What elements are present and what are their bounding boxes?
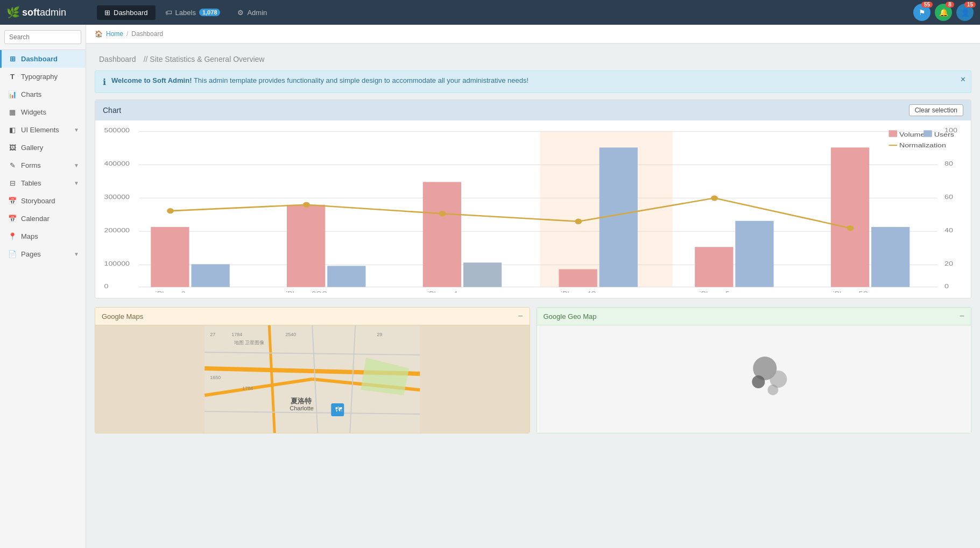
nav-item-dashboard[interactable]: ⊞ Dashboard	[97, 5, 156, 20]
sidebar-item-dashboard[interactable]: ⊞ Dashboard	[0, 50, 86, 68]
svg-text:iPhone 4: iPhone 4	[427, 290, 457, 293]
svg-text:夏洛特: 夏洛特	[291, 397, 312, 405]
svg-text:40: 40	[944, 227, 953, 234]
chart-panel-header: Chart Clear selection	[95, 100, 971, 120]
tables-icon: ⊟	[8, 179, 17, 187]
svg-text:卫星图像: 卫星图像	[245, 340, 264, 345]
sidebar-item-charts[interactable]: 📊 Charts	[0, 86, 86, 103]
home-icon: 🏠	[95, 30, 103, 38]
svg-rect-23	[423, 182, 461, 287]
nav-item-admin[interactable]: ⚙ Admin	[230, 5, 274, 20]
svg-rect-24	[463, 262, 502, 287]
user-icon: 👤	[961, 8, 970, 17]
clear-selection-button[interactable]: Clear selection	[909, 104, 963, 116]
sidebar-item-ui-elements[interactable]: ◧ UI Elements ▼	[0, 121, 86, 139]
svg-point-31	[167, 208, 174, 213]
google-geo-map-panel: Google Geo Map −	[537, 307, 972, 433]
svg-text:iPhone 5: iPhone 5	[699, 290, 729, 293]
svg-text:100000: 100000	[104, 260, 130, 267]
breadcrumb-home[interactable]: Home	[106, 30, 123, 38]
bell-icon: 🔔	[939, 8, 948, 17]
nav-admin-icon: ⚙	[237, 9, 244, 17]
nav-dashboard-icon: ⊞	[104, 9, 110, 17]
svg-text:Users: Users	[934, 131, 954, 138]
map-minimize-button[interactable]: −	[518, 312, 523, 321]
svg-point-75	[752, 375, 765, 388]
geo-minimize-button[interactable]: −	[960, 312, 964, 321]
sidebar-item-storyboard[interactable]: 📅 Storyboard	[0, 192, 86, 210]
svg-text:500000: 500000	[104, 127, 130, 134]
storyboard-icon: 📅	[8, 197, 17, 205]
brand-logo: 🌿 softadmin	[6, 6, 86, 19]
breadcrumb-current: Dashboard	[131, 30, 163, 38]
svg-text:iPhone 3: iPhone 3	[155, 290, 185, 293]
brand-leaf-icon: 🌿	[6, 6, 20, 19]
svg-text:🗺: 🗺	[335, 405, 342, 414]
search-input[interactable]	[4, 30, 81, 44]
pages-arrow: ▼	[74, 251, 79, 257]
sidebar-item-gallery[interactable]: 🖼 Gallery	[0, 139, 86, 156]
sidebar-item-maps[interactable]: 📍 Maps	[0, 227, 86, 245]
google-maps-title: Google Maps	[102, 312, 143, 321]
maps-icon: 📍	[8, 232, 17, 240]
sidebar-item-pages[interactable]: 📄 Pages ▼	[0, 245, 86, 263]
google-maps-header: Google Maps −	[95, 308, 530, 325]
svg-point-33	[439, 211, 446, 216]
user-button[interactable]: 👤 15	[956, 4, 974, 21]
chart-panel-title: Chart	[103, 106, 121, 115]
brand-text: softadmin	[22, 7, 66, 18]
sidebar-item-calendar[interactable]: 📅 Calendar	[0, 210, 86, 227]
sidebar-item-tables[interactable]: ⊟ Tables ▼	[0, 174, 86, 192]
charts-icon: 📊	[8, 90, 17, 98]
alert-close-button[interactable]: ×	[961, 75, 965, 84]
svg-text:27: 27	[210, 332, 215, 337]
nav-item-labels[interactable]: 🏷 Labels 1,078	[158, 5, 228, 20]
flag-badge: 55	[921, 2, 933, 8]
svg-text:Charlotte: Charlotte	[290, 405, 314, 411]
ui-elements-icon: ◧	[8, 126, 17, 134]
svg-rect-27	[695, 247, 733, 287]
svg-rect-25	[559, 269, 597, 287]
pages-icon: 📄	[8, 250, 17, 258]
sidebar: ⊞ Dashboard T Typography 📊 Charts ▦ Widg…	[0, 25, 86, 548]
user-badge: 15	[964, 2, 976, 8]
page-title: Dashboard // Site Statistics & General O…	[95, 51, 971, 65]
svg-text:20: 20	[944, 260, 953, 267]
alert-text: Welcome to Soft Admin! This admin templa…	[111, 76, 528, 84]
google-maps-body: 夏洛特 Charlotte 27 1784 2540 29 1650 1784 …	[95, 325, 530, 433]
top-navbar: 🌿 softadmin ⊞ Dashboard 🏷 Labels 1,078 ⚙…	[0, 0, 980, 25]
sidebar-item-forms[interactable]: ✎ Forms ▼	[0, 156, 86, 174]
svg-point-32	[303, 202, 310, 208]
google-geo-map-header: Google Geo Map −	[537, 308, 971, 325]
nav-right-icons: ⚑ 55 🔔 8 👤 15	[913, 4, 974, 21]
svg-rect-22	[327, 266, 365, 287]
page-title-area: Dashboard // Site Statistics & General O…	[86, 44, 980, 70]
svg-rect-30	[871, 227, 910, 287]
svg-text:0: 0	[944, 282, 949, 289]
content-area: 🏠 Home / Dashboard Dashboard // Site Sta…	[86, 25, 980, 548]
sidebar-item-typography[interactable]: T Typography	[0, 68, 86, 86]
svg-rect-28	[735, 221, 773, 287]
alert-icon: ℹ	[103, 77, 106, 87]
bell-badge: 8	[946, 2, 954, 8]
bottom-panels: Google Maps −	[95, 307, 971, 433]
svg-rect-29	[831, 147, 869, 287]
gallery-icon: 🖼	[8, 144, 17, 152]
sidebar-item-widgets[interactable]: ▦ Widgets	[0, 103, 86, 121]
svg-text:iPhone 4S: iPhone 4S	[561, 290, 596, 293]
svg-text:iPhone 3GS: iPhone 3GS	[286, 290, 327, 293]
svg-text:29: 29	[377, 332, 382, 337]
svg-rect-43	[889, 130, 897, 137]
svg-point-74	[767, 385, 778, 395]
svg-text:1784: 1784	[242, 386, 253, 391]
svg-text:2540: 2540	[285, 332, 296, 337]
chart-container: 500000 400000 300000 200000 100000 0 100…	[101, 126, 965, 293]
forms-icon: ✎	[8, 161, 17, 169]
google-maps-panel: Google Maps −	[95, 307, 530, 433]
bell-button[interactable]: 🔔 8	[935, 4, 952, 21]
typography-icon: T	[8, 73, 17, 81]
svg-text:1650: 1650	[210, 375, 221, 380]
flag-button[interactable]: ⚑ 55	[913, 4, 930, 21]
svg-text:200000: 200000	[104, 227, 130, 234]
svg-rect-45	[923, 130, 932, 137]
